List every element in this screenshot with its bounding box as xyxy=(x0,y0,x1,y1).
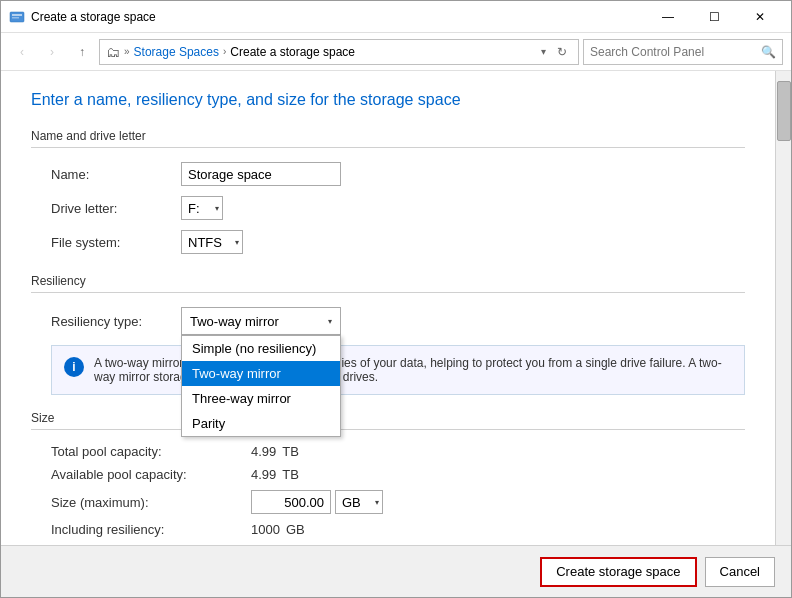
total-value: 4.99 xyxy=(251,444,276,459)
main-content: Enter a name, resiliency type, and size … xyxy=(1,71,775,545)
available-capacity-row: Available pool capacity: 4.99 TB xyxy=(31,467,745,482)
nav-bar: ‹ › ↑ 🗂 » Storage Spaces › Create a stor… xyxy=(1,33,791,71)
size-max-input[interactable] xyxy=(251,490,331,514)
drive-row: Drive letter: F: G: H: ▾ xyxy=(31,196,745,220)
size-max-label: Size (maximum): xyxy=(51,495,251,510)
maximize-button[interactable]: ☐ xyxy=(691,1,737,33)
cancel-button[interactable]: Cancel xyxy=(705,557,775,587)
search-input[interactable] xyxy=(590,45,761,59)
dropdown-item-simple[interactable]: Simple (no resiliency) xyxy=(182,336,340,361)
resiliency-dropdown-button[interactable]: Two-way mirror ▾ xyxy=(181,307,341,335)
size-max-row: Size (maximum): GB TB MB ▾ xyxy=(31,490,745,514)
fs-select[interactable]: NTFS ReFS xyxy=(181,230,243,254)
total-unit: TB xyxy=(282,444,299,459)
fs-label: File system: xyxy=(51,235,181,250)
size-section: Size Total pool capacity: 4.99 TB Availa… xyxy=(31,411,745,537)
available-unit: TB xyxy=(282,467,299,482)
name-section: Name and drive letter Name: Drive letter… xyxy=(31,129,745,254)
including-resiliency-row: Including resiliency: 1000 GB xyxy=(31,522,745,537)
svg-rect-2 xyxy=(12,17,19,19)
page-heading: Enter a name, resiliency type, and size … xyxy=(31,91,745,109)
fs-row: File system: NTFS ReFS ▾ xyxy=(31,230,745,254)
breadcrumb-parent[interactable]: Storage Spaces xyxy=(134,45,219,59)
search-box: 🔍 xyxy=(583,39,783,65)
resiliency-section-title: Resiliency xyxy=(31,274,745,293)
resiliency-chevron-icon: ▾ xyxy=(328,317,332,326)
footer: Create storage space Cancel xyxy=(1,545,791,597)
total-capacity-row: Total pool capacity: 4.99 TB xyxy=(31,444,745,459)
search-icon: 🔍 xyxy=(761,45,776,59)
main-window: Create a storage space — ☐ ✕ ‹ › ↑ 🗂 » S… xyxy=(0,0,792,598)
name-section-title: Name and drive letter xyxy=(31,129,745,148)
drive-label: Drive letter: xyxy=(51,201,181,216)
breadcrumb-icon: 🗂 xyxy=(106,44,120,60)
resiliency-selected-label: Two-way mirror xyxy=(190,314,279,329)
size-section-title: Size xyxy=(31,411,745,430)
dropdown-item-two-way[interactable]: Two-way mirror xyxy=(182,361,340,386)
dropdown-item-three-way[interactable]: Three-way mirror xyxy=(182,386,340,411)
scrollbar-thumb[interactable] xyxy=(777,81,791,141)
resiliency-dropdown-menu: Simple (no resiliency) Two-way mirror Th… xyxy=(181,335,341,437)
address-dropdown-button[interactable]: ▾ xyxy=(539,44,548,59)
breadcrumb-current: Create a storage space xyxy=(230,45,355,59)
including-unit: GB xyxy=(286,522,305,537)
name-row: Name: xyxy=(31,162,745,186)
resiliency-type-row: Resiliency type: Two-way mirror ▾ Simple… xyxy=(31,307,745,335)
total-label: Total pool capacity: xyxy=(51,444,251,459)
name-input[interactable] xyxy=(181,162,341,186)
resiliency-info-box: i A two-way mirror storage space writes … xyxy=(51,345,745,395)
resiliency-section: Resiliency Resiliency type: Two-way mirr… xyxy=(31,274,745,395)
address-bar: 🗂 » Storage Spaces › Create a storage sp… xyxy=(99,39,579,65)
info-icon: i xyxy=(64,357,84,377)
window-title: Create a storage space xyxy=(31,10,645,24)
drive-select-wrapper: F: G: H: ▾ xyxy=(181,196,223,220)
title-bar: Create a storage space — ☐ ✕ xyxy=(1,1,791,33)
breadcrumb-separator-2: › xyxy=(223,46,226,57)
minimize-button[interactable]: — xyxy=(645,1,691,33)
dropdown-item-parity[interactable]: Parity xyxy=(182,411,340,436)
resiliency-type-label: Resiliency type: xyxy=(51,314,181,329)
including-label: Including resiliency: xyxy=(51,522,251,537)
size-unit-select[interactable]: GB TB MB xyxy=(335,490,383,514)
forward-button[interactable]: › xyxy=(39,39,65,65)
including-value: 1000 xyxy=(251,522,280,537)
breadcrumb-separator-1: » xyxy=(124,46,130,57)
name-label: Name: xyxy=(51,167,181,182)
scrollbar-track[interactable] xyxy=(775,71,791,545)
svg-rect-1 xyxy=(12,14,22,16)
resiliency-dropdown-wrapper: Two-way mirror ▾ Simple (no resiliency) … xyxy=(181,307,341,335)
drive-select[interactable]: F: G: H: xyxy=(181,196,223,220)
fs-select-wrapper: NTFS ReFS ▾ xyxy=(181,230,243,254)
window-icon xyxy=(9,9,25,25)
refresh-button[interactable]: ↻ xyxy=(552,42,572,62)
back-button[interactable]: ‹ xyxy=(9,39,35,65)
title-bar-buttons: — ☐ ✕ xyxy=(645,1,783,33)
create-storage-space-button[interactable]: Create storage space xyxy=(540,557,696,587)
content-area: Enter a name, resiliency type, and size … xyxy=(1,71,791,545)
available-label: Available pool capacity: xyxy=(51,467,251,482)
available-value: 4.99 xyxy=(251,467,276,482)
size-unit-select-wrapper: GB TB MB ▾ xyxy=(335,490,383,514)
up-button[interactable]: ↑ xyxy=(69,39,95,65)
close-button[interactable]: ✕ xyxy=(737,1,783,33)
